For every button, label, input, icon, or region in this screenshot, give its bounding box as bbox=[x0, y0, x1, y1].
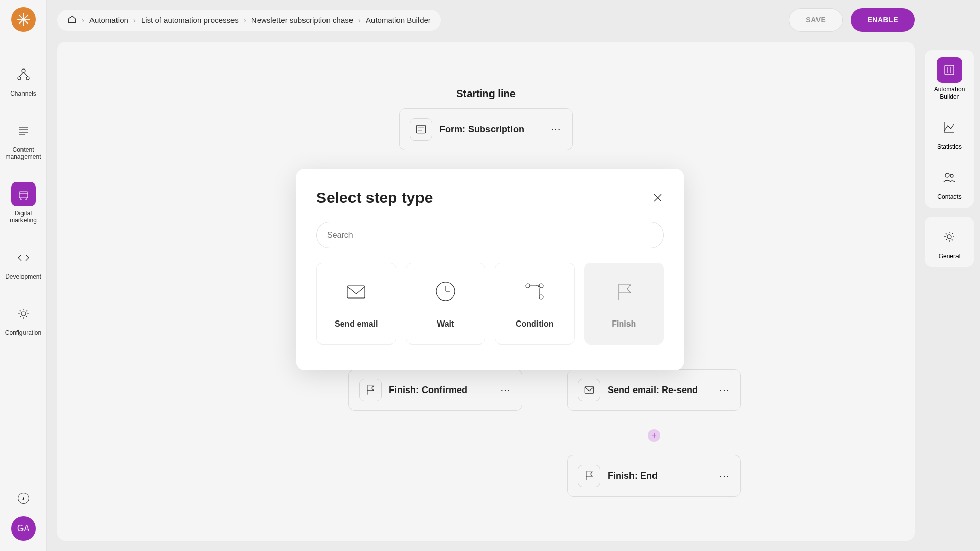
close-icon[interactable] bbox=[651, 192, 664, 204]
clock-icon bbox=[433, 279, 458, 304]
mail-icon bbox=[343, 279, 369, 304]
svg-point-34 bbox=[526, 284, 530, 288]
svg-rect-30 bbox=[347, 286, 365, 298]
modal-title: Select step type bbox=[316, 189, 433, 206]
flag-icon bbox=[611, 279, 637, 304]
step-type-finish[interactable]: Finish bbox=[584, 263, 664, 345]
step-type-label: Send email bbox=[335, 319, 378, 329]
svg-point-36 bbox=[539, 295, 543, 299]
step-type-label: Wait bbox=[437, 319, 454, 329]
branch-icon bbox=[522, 279, 547, 304]
step-type-send-email[interactable]: Send email bbox=[316, 263, 396, 345]
step-type-wait[interactable]: Wait bbox=[406, 263, 486, 345]
search-input[interactable] bbox=[316, 222, 664, 248]
step-type-label: Condition bbox=[516, 319, 554, 329]
modal-overlay: Select step type Send email Wait Conditi… bbox=[0, 0, 980, 551]
step-type-condition[interactable]: Condition bbox=[495, 263, 575, 345]
select-step-type-modal: Select step type Send email Wait Conditi… bbox=[296, 169, 684, 370]
svg-point-35 bbox=[539, 284, 543, 288]
step-type-label: Finish bbox=[612, 319, 636, 329]
